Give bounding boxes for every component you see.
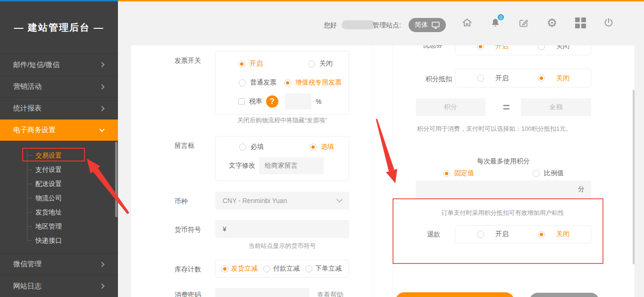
max-points-input[interactable]: 分 bbox=[416, 180, 591, 198]
submenu-item-shipping-address[interactable]: 发货地址 bbox=[0, 205, 118, 219]
coupon-off-radio[interactable] bbox=[538, 45, 545, 50]
reset-button[interactable] bbox=[529, 293, 599, 297]
invoice-off-radio[interactable] bbox=[308, 60, 315, 68]
help-question-icon[interactable]: ? bbox=[266, 95, 278, 108]
apps-grid-icon[interactable] bbox=[574, 16, 586, 30]
trade-settings-panel: 发票开关 开启 关闭 普通发票 增值税专用发票 税率 ? % 关闭后 bbox=[131, 45, 635, 297]
column-divider bbox=[393, 45, 393, 297]
sidebar-item-label: 网站日志 bbox=[13, 282, 42, 291]
submenu-item-delivery-settings[interactable]: 配送设置 bbox=[0, 177, 118, 191]
tax-rate-input[interactable] bbox=[285, 93, 311, 110]
chevron-right-icon bbox=[99, 84, 104, 89]
refund-label: 退款 bbox=[427, 230, 440, 239]
monitor-icon bbox=[432, 22, 440, 29]
header: 您好 管理站点: 简体 0 bbox=[118, 0, 644, 45]
gear-icon[interactable]: ⚙ bbox=[546, 16, 558, 30]
page: — 建站管理后台 — 邮件/短信/微信 营销活动 统计报表 电子商务设置 交易设… bbox=[0, 0, 644, 297]
message-text-input[interactable]: 给商家留言 bbox=[259, 157, 324, 174]
notification-badge: 0 bbox=[497, 13, 505, 21]
notifications-bell-icon[interactable]: 0 bbox=[489, 16, 502, 30]
sticky-hint: 订单支付时采用积分抵扣可有效增加用户粘性 bbox=[398, 209, 608, 217]
currency-symbol-input[interactable]: ¥ bbox=[215, 220, 349, 238]
header-accent-strip bbox=[118, 0, 644, 1]
invoice-toggle-row: 开启 关闭 bbox=[216, 54, 349, 73]
chevron-right-icon bbox=[99, 62, 104, 67]
edit-icon[interactable] bbox=[518, 16, 530, 30]
chevron-right-icon bbox=[99, 262, 104, 267]
currency-label: 币种 bbox=[175, 197, 188, 206]
consume-password-label: 消费密码 bbox=[175, 291, 201, 297]
refund-on-radio[interactable] bbox=[477, 231, 484, 238]
deduct-off-radio[interactable] bbox=[538, 75, 545, 82]
sidebar-accent-strip bbox=[0, 0, 118, 1]
points-input[interactable]: 积分 bbox=[416, 98, 485, 116]
site-version-button[interactable]: 简体 bbox=[409, 18, 446, 32]
sidebar-item-ecommerce[interactable]: 电子商务设置 bbox=[0, 119, 118, 141]
deduct-on-radio[interactable] bbox=[477, 75, 484, 82]
points-deduct-box: 开启 关闭 bbox=[455, 69, 591, 87]
tax-rate-row: 税率 ? % bbox=[216, 92, 349, 111]
ecommerce-submenu: 交易设置 支付设置 配送设置 物流公司 发货地址 地区管理 快递接口 bbox=[0, 141, 118, 253]
manage-site-label: 管理站点: bbox=[373, 21, 401, 30]
sidebar-item-statistics[interactable]: 统计报表 bbox=[0, 97, 118, 119]
sidebar-item-label: 微信管理 bbox=[13, 260, 42, 269]
chevron-right-icon bbox=[99, 106, 104, 111]
column-divider bbox=[373, 45, 373, 297]
points-usage-hint: 积分可用于消费，支付时可以选择如：100积分抵扣1元。 bbox=[398, 125, 591, 133]
app-title: — 建站管理后台 — bbox=[0, 1, 118, 53]
power-logout-icon[interactable] bbox=[602, 16, 615, 30]
coupon-options-box: 开启 关闭 bbox=[455, 45, 591, 55]
amount-input[interactable]: 金额 bbox=[521, 98, 591, 116]
refund-off-radio[interactable] bbox=[538, 231, 545, 238]
modify-text-label: 文字修改 bbox=[229, 161, 255, 170]
ship-deduct-radio[interactable] bbox=[221, 265, 228, 272]
greeting-text: 您好 bbox=[324, 21, 337, 30]
message-box-label: 留言框 bbox=[175, 142, 194, 150]
sidebar-item-label: 电子商务设置 bbox=[13, 126, 56, 135]
submenu-item-payment-settings[interactable]: 支付设置 bbox=[0, 162, 118, 177]
save-button[interactable] bbox=[395, 292, 514, 297]
currency-select[interactable]: CNY - Renminbi Yuan bbox=[215, 192, 349, 210]
sidebar-scrollbar-thumb[interactable] bbox=[115, 142, 117, 217]
required-radio[interactable] bbox=[239, 144, 246, 151]
sidebar-item-label: 邮件/短信/微信 bbox=[13, 60, 59, 69]
fixed-value-radio[interactable] bbox=[443, 170, 450, 177]
order-deduct-radio[interactable] bbox=[305, 265, 312, 272]
sidebar-item-wechat-management[interactable]: 微信管理 bbox=[0, 253, 118, 275]
sidebar-item-label: 营销活动 bbox=[13, 82, 42, 91]
header-icons: 0 ⚙ bbox=[461, 16, 615, 30]
message-required-row: 必填 选填 bbox=[216, 137, 349, 156]
refund-options-box: 开启 关闭 bbox=[455, 225, 591, 243]
currency-symbol-label: 货币符号 bbox=[175, 226, 201, 234]
normal-invoice-radio[interactable] bbox=[239, 79, 246, 86]
submenu-item-trade-settings[interactable]: 交易设置 bbox=[0, 148, 118, 162]
optional-radio[interactable] bbox=[309, 144, 317, 151]
invoice-switch-label: 发票开关 bbox=[175, 57, 201, 65]
invoice-type-row: 普通发票 增值税专用发票 bbox=[216, 73, 349, 92]
submenu-item-logistics-company[interactable]: 物流公司 bbox=[0, 191, 118, 205]
message-options-box: 必填 选填 文字修改 给商家留言 bbox=[215, 136, 349, 181]
tax-rate-checkbox[interactable] bbox=[238, 98, 245, 105]
max-points-title: 每次最多使用积分 bbox=[416, 157, 591, 166]
equals-sign: = bbox=[499, 98, 513, 116]
chevron-down-icon bbox=[99, 127, 104, 132]
sidebar-item-site-logs[interactable]: 网站日志 bbox=[0, 275, 118, 297]
submenu-item-express-api[interactable]: 快递接口 bbox=[0, 233, 118, 247]
site-version-label: 简体 bbox=[415, 21, 428, 29]
vat-invoice-radio[interactable] bbox=[284, 79, 291, 86]
message-text-row: 文字修改 给商家留言 bbox=[216, 156, 349, 175]
home-icon[interactable] bbox=[461, 16, 473, 30]
points-deduct-label: 积分抵扣 bbox=[426, 75, 452, 84]
sidebar: — 建站管理后台 — 邮件/短信/微信 营销活动 统计报表 电子商务设置 交易设… bbox=[0, 0, 118, 297]
ratio-value-radio[interactable] bbox=[533, 170, 540, 177]
currency-symbol-hint: 当前站点显示的货币符号 bbox=[215, 242, 349, 250]
consume-password-input[interactable] bbox=[215, 288, 309, 297]
invoice-on-radio[interactable] bbox=[238, 60, 245, 68]
submenu-item-region-management[interactable]: 地区管理 bbox=[0, 219, 118, 233]
view-help-link[interactable]: 查看帮助 bbox=[317, 291, 343, 297]
pay-deduct-radio[interactable] bbox=[263, 265, 270, 272]
sidebar-item-marketing[interactable]: 营销活动 bbox=[0, 76, 118, 97]
coupon-on-radio[interactable] bbox=[477, 45, 484, 50]
content-scrollbar-thumb[interactable] bbox=[633, 90, 635, 264]
sidebar-item-mail-sms-wechat[interactable]: 邮件/短信/微信 bbox=[0, 53, 118, 76]
